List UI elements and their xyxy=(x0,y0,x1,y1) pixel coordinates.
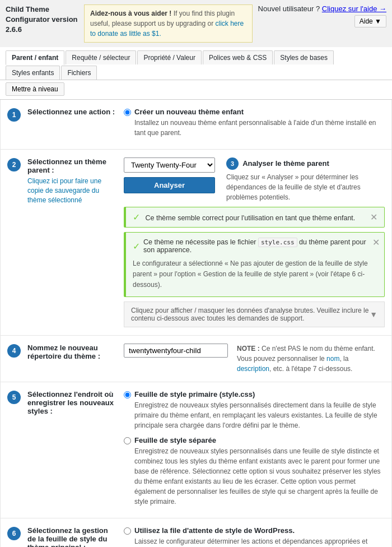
analyse-data-box: Cliquez pour afficher / masquer les donn… xyxy=(124,302,385,327)
step5-radio1[interactable] xyxy=(124,391,131,398)
alert2-body: Le configurateur a sélectionné « Ne pas … xyxy=(133,258,377,291)
alert2-code: style.css xyxy=(258,238,297,247)
help-button[interactable]: Aide ▼ xyxy=(354,15,386,27)
update-button[interactable]: Mettre à niveau xyxy=(6,82,64,96)
step3-number-inline: 3 xyxy=(226,157,239,170)
step1-option1-desc: Installez un nouveau thème enfant person… xyxy=(134,118,385,138)
step5-option2: Feuille de style séparée Enregistrez de … xyxy=(124,436,385,507)
step4-layout: NOTE : Ce n'est PAS le nom du thème enfa… xyxy=(124,344,385,374)
step6-option1-label: Utilisez la file d'attente de style de W… xyxy=(134,526,385,535)
alert2-close[interactable]: ✕ xyxy=(372,237,380,248)
tab-propriete[interactable]: Propriété / Valeur xyxy=(137,50,202,64)
check-icon-1: ✓ xyxy=(133,212,140,222)
alert1-close[interactable]: ✕ xyxy=(370,213,377,222)
help-link[interactable]: Cliquez sur l'aide → xyxy=(322,4,386,13)
step2-content: Twenty Twenty-Four Twenty Twenty-Three T… xyxy=(124,157,385,327)
support-banner-strong: Aidez-nous à vous aider ! xyxy=(90,10,171,17)
step5-radio2[interactable] xyxy=(124,437,131,444)
step6-radio1[interactable] xyxy=(124,527,131,535)
alert-green-2: ✕ ✓ Ce thème ne nécessite pas le fichier… xyxy=(124,232,385,297)
step2-layout: Twenty Twenty-Four Twenty Twenty-Three T… xyxy=(124,157,385,202)
step3-title: 3 Analyser le thème parent xyxy=(226,157,385,170)
step6-number: 6 xyxy=(7,527,21,540)
step6-option1-desc: Laissez le configurateur déterminer les … xyxy=(134,536,385,547)
step6-option1: Utilisez la file d'attente de style de W… xyxy=(124,526,385,547)
tab-fichiers[interactable]: Fichiers xyxy=(61,66,97,80)
step4-content: NOTE : Ce n'est PAS le nom du thème enfa… xyxy=(124,344,385,374)
alert2-title: ✓ Ce thème ne nécessite pas le fichier s… xyxy=(133,238,377,254)
step2-backup-link[interactable]: Cliquez ici pour faire une copie de sauv… xyxy=(27,177,117,205)
step5-option1-label: Feuille de style primaire (style.css) xyxy=(134,390,385,398)
step5-option1: Feuille de style primaire (style.css) En… xyxy=(124,390,385,430)
alert1-text: Ce thème semble correct pour l'utilisati… xyxy=(145,214,355,222)
directory-name-input[interactable] xyxy=(124,344,228,358)
step5-label: Sélectionnez l'endroit où enregistrer le… xyxy=(27,390,117,415)
plugin-title: Child Theme Configurator version 2.6.6 xyxy=(6,4,78,35)
check-icon-2: ✓ xyxy=(133,241,140,252)
step5-option2-desc: Enregistrez de nouveaux styles personnal… xyxy=(134,446,385,507)
theme-dropdown[interactable]: Twenty Twenty-Four Twenty Twenty-Three T… xyxy=(124,157,215,173)
analyse-button[interactable]: Analyser xyxy=(124,177,215,193)
tab-requete[interactable]: Requête / sélecteur xyxy=(66,50,136,64)
step2-label: Sélectionnez un thème parent : Cliquez i… xyxy=(27,157,117,205)
step5-number: 5 xyxy=(7,391,21,404)
tabs-second-row: Mettre à niveau xyxy=(0,80,392,100)
step1-number: 1 xyxy=(7,108,21,122)
tab-parent-enfant[interactable]: Parent / enfant xyxy=(6,50,64,65)
step6-content: Utilisez la file d'attente de style de W… xyxy=(124,526,385,547)
step6-row: 6 Sélectionnez la gestion de la feuille … xyxy=(1,518,391,547)
step5-content: Feuille de style primaire (style.css) En… xyxy=(124,390,385,510)
step2-row: 2 Sélectionnez un thème parent : Cliquez… xyxy=(1,150,391,336)
step2-number: 2 xyxy=(7,158,21,171)
step1-content: Créer un nouveau thème enfant Installez … xyxy=(124,108,385,141)
support-banner: Aidez-nous à vous aider ! If you find th… xyxy=(84,4,253,43)
step4-label: Nommez le nouveau répertoire du thème : xyxy=(27,344,117,360)
step1-option1-label: Créer un nouveau thème enfant xyxy=(134,108,385,116)
step4-note: NOTE : Ce n'est PAS le nom du thème enfa… xyxy=(237,344,385,374)
main-content: 1 Sélectionnez une action : Créer un nou… xyxy=(0,100,392,547)
tabs-row: Parent / enfant Requête / sélecteur Prop… xyxy=(0,47,392,80)
step3-desc: Cliquez sur « Analyser » pour déterminer… xyxy=(226,172,385,202)
step5-row: 5 Sélectionnez l'endroit où enregistrer … xyxy=(1,382,391,518)
tab-polices[interactable]: Polices web & CSS xyxy=(203,50,273,64)
step1-row: 1 Sélectionnez une action : Créer un nou… xyxy=(1,100,391,150)
alert2-text: Ce thème ne nécessite pas le fichier sty… xyxy=(143,238,377,254)
alert-green-1: ✓ Ce thème semble correct pour l'utilisa… xyxy=(124,207,385,228)
note-name-link[interactable]: nom xyxy=(326,355,339,363)
theme-select: Twenty Twenty-Four Twenty Twenty-Three T… xyxy=(124,157,215,173)
step5-option1-desc: Enregistrez de nouveaux styles personnal… xyxy=(134,400,385,430)
new-user-text: Nouvel utilisateur ? Cliquez sur l'aide … xyxy=(258,4,386,13)
top-bar: Child Theme Configurator version 2.6.6 A… xyxy=(0,0,392,47)
step1-radio1[interactable] xyxy=(124,109,131,116)
tab-styles-enfants[interactable]: Styles enfants xyxy=(6,66,60,80)
note-desc-link[interactable]: description xyxy=(237,365,269,373)
step5-option2-label: Feuille de style séparée xyxy=(134,436,385,444)
step2-left: Twenty Twenty-Four Twenty Twenty-Three T… xyxy=(124,157,215,193)
top-right: Nouvel utilisateur ? Cliquez sur l'aide … xyxy=(258,4,386,27)
analyse-data-text: Cliquez pour afficher / masquer les donn… xyxy=(131,307,370,322)
tab-styles-bases[interactable]: Styles de bases xyxy=(274,50,334,64)
step4-number: 4 xyxy=(7,344,21,358)
step1-label: Sélectionnez une action : xyxy=(27,108,117,116)
step6-label: Sélectionnez la gestion de la feuille de… xyxy=(27,526,117,547)
step4-row: 4 Nommez le nouveau répertoire du thème … xyxy=(1,336,391,382)
step2-right: 3 Analyser le thème parent Cliquez sur «… xyxy=(226,157,385,202)
analyse-data-arrow: ▼ xyxy=(370,310,377,319)
step1-option1: Créer un nouveau thème enfant Installez … xyxy=(124,108,385,138)
